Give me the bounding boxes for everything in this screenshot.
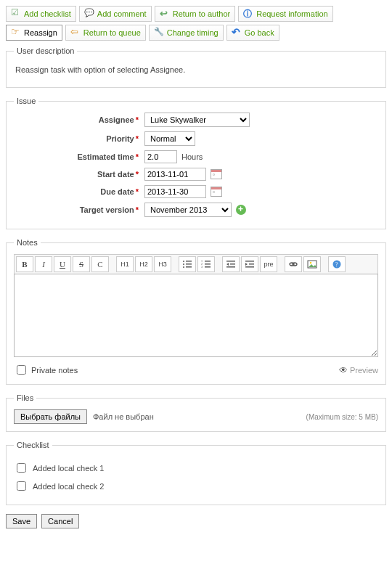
notes-textarea[interactable] <box>14 274 378 357</box>
checklist-icon <box>11 9 21 19</box>
due-date-input[interactable] <box>144 185 206 198</box>
underline-button[interactable]: U <box>54 256 71 272</box>
return-icon <box>160 9 170 19</box>
h3-button[interactable]: H3 <box>154 256 171 272</box>
svg-rect-5 <box>186 266 192 268</box>
back-icon <box>232 28 242 38</box>
btn-label: Return to author <box>173 9 231 18</box>
go-back-button[interactable]: Go back <box>226 25 279 41</box>
notes-fieldset: Notes B I U S C H1 H2 H3 123 pre ? Priva… <box>6 238 386 385</box>
comment-icon <box>84 9 94 19</box>
btn-label: Reassign <box>24 28 57 37</box>
add-checklist-button[interactable]: Add checklist <box>6 6 76 22</box>
add-version-icon[interactable] <box>236 205 246 215</box>
h1-button[interactable]: H1 <box>116 256 134 272</box>
notes-legend: Notes <box>14 238 41 247</box>
btn-label: Go back <box>245 28 274 37</box>
checklist-fieldset: Checklist Added local check 1 Added loca… <box>6 441 386 505</box>
checklist-item: Added local check 1 <box>14 461 378 475</box>
svg-rect-16 <box>249 264 254 265</box>
calendar-icon[interactable] <box>211 169 222 179</box>
bold-button[interactable]: B <box>16 256 33 272</box>
request-info-button[interactable]: Request information <box>238 6 332 22</box>
eye-icon <box>339 365 348 375</box>
btn-label: Change timing <box>167 28 219 37</box>
help-button[interactable]: ? <box>328 256 346 272</box>
action-toolbar: Add checklist Add comment Return to auth… <box>6 6 386 41</box>
ul-button[interactable] <box>179 256 196 272</box>
cancel-button[interactable]: Cancel <box>41 514 79 528</box>
user-description-fieldset: User description Reassign task with opti… <box>6 46 386 88</box>
svg-rect-13 <box>230 264 235 265</box>
svg-point-2 <box>183 264 184 265</box>
estimated-time-input[interactable] <box>144 150 177 163</box>
svg-point-21 <box>310 262 311 264</box>
hours-unit: Hours <box>181 152 203 161</box>
svg-rect-9 <box>205 264 211 265</box>
ol-button[interactable]: 123 <box>197 256 215 272</box>
hand-icon <box>11 28 21 38</box>
form-actions: Save Cancel <box>6 514 386 528</box>
max-size-text: (Maximum size: 5 MB) <box>306 413 378 421</box>
svg-point-4 <box>183 266 184 268</box>
return-author-button[interactable]: Return to author <box>155 6 236 22</box>
btn-label: Add comment <box>97 9 147 18</box>
info-icon <box>243 9 253 19</box>
svg-point-0 <box>183 261 184 262</box>
private-notes-label[interactable]: Private notes <box>14 363 78 377</box>
change-timing-button[interactable]: Change timing <box>149 25 224 41</box>
due-date-label: Due date* <box>14 187 144 196</box>
h2-button[interactable]: H2 <box>135 256 152 272</box>
checklist-item-label: Added local check 2 <box>33 482 104 491</box>
editor-toolbar: B I U S C H1 H2 H3 123 pre ? <box>14 254 378 274</box>
issue-legend: Issue <box>14 97 38 105</box>
code-button[interactable]: C <box>91 256 109 272</box>
outdent-button[interactable] <box>222 256 240 272</box>
start-date-input[interactable] <box>144 168 206 181</box>
btn-label: Return to queue <box>83 28 141 37</box>
target-version-label: Target version* <box>14 205 144 214</box>
checklist-legend: Checklist <box>14 441 52 449</box>
calendar-icon[interactable] <box>211 187 222 197</box>
assignee-select[interactable]: Luke Skywalker <box>144 113 250 127</box>
svg-rect-12 <box>226 261 235 262</box>
italic-button[interactable]: I <box>35 256 52 272</box>
add-comment-button[interactable]: Add comment <box>79 6 152 22</box>
assignee-label: Assignee* <box>14 115 144 124</box>
svg-rect-7 <box>205 261 211 262</box>
priority-select[interactable]: Normal <box>144 131 195 146</box>
priority-label: Priority* <box>14 134 144 143</box>
user-description-text: Reassign task with option of selecting A… <box>14 62 378 80</box>
pre-button[interactable]: pre <box>260 256 277 272</box>
target-version-select[interactable]: November 2013 <box>144 203 232 217</box>
save-button[interactable]: Save <box>6 514 37 528</box>
svg-point-19 <box>293 263 297 266</box>
reassign-button[interactable]: Reassign <box>6 25 62 41</box>
checklist-item: Added local check 2 <box>14 479 378 493</box>
choose-files-button[interactable]: Выбрать файлы <box>14 409 87 424</box>
private-notes-checkbox[interactable] <box>17 365 26 375</box>
indent-button[interactable] <box>241 256 258 272</box>
btn-label: Add checklist <box>24 9 71 18</box>
preview-link[interactable]: Preview <box>339 365 378 375</box>
svg-rect-3 <box>186 264 192 265</box>
image-button[interactable] <box>303 256 321 272</box>
link-button[interactable] <box>285 256 302 272</box>
svg-rect-17 <box>245 266 254 268</box>
files-fieldset: Files Выбрать файлы Файл не выбран (Maxi… <box>6 393 386 432</box>
no-file-text: Файл не выбран <box>93 412 154 421</box>
checklist-checkbox[interactable] <box>17 463 26 473</box>
user-description-legend: User description <box>14 46 77 55</box>
svg-rect-14 <box>226 266 235 268</box>
estimated-time-label: Estimated time* <box>14 152 144 161</box>
checklist-item-label: Added local check 1 <box>33 464 104 473</box>
svg-rect-1 <box>186 261 192 262</box>
btn-label: Request information <box>256 9 327 18</box>
wrench-icon <box>154 28 164 38</box>
checklist-checkbox[interactable] <box>17 481 26 491</box>
svg-text:?: ? <box>335 261 338 268</box>
strike-button[interactable]: S <box>73 256 90 272</box>
issue-fieldset: Issue Assignee* Luke Skywalker Priority*… <box>6 97 386 229</box>
svg-rect-15 <box>245 261 254 262</box>
return-queue-button[interactable]: Return to queue <box>65 25 146 41</box>
